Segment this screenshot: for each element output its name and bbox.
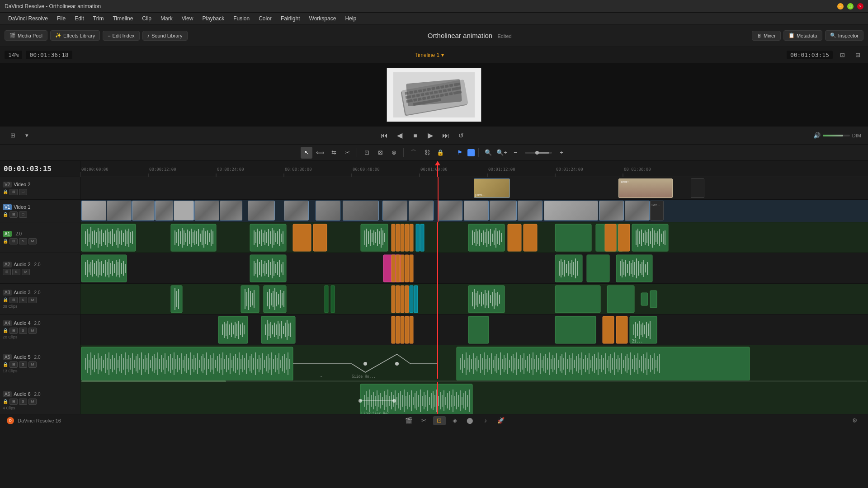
track-link-a5[interactable]: ⊞ (9, 361, 18, 368)
clip-v1-13[interactable] (409, 201, 434, 221)
menu-edit[interactable]: Edit (71, 14, 88, 23)
menu-playback[interactable]: Playback (198, 14, 228, 23)
track-m-a3[interactable]: M (28, 297, 37, 303)
clip-v1-17[interactable] (518, 201, 542, 221)
clip-v1-18[interactable] (544, 201, 598, 221)
loop-button[interactable]: ↺ (456, 130, 467, 141)
ripple-button[interactable]: ▾ (21, 130, 33, 141)
clip-v1-16[interactable] (490, 201, 517, 221)
track-m-a1[interactable]: M (28, 238, 37, 244)
clip-v1-6[interactable] (194, 201, 219, 221)
track-link-a1[interactable]: ⊞ (9, 238, 18, 244)
menu-file[interactable]: File (53, 14, 69, 23)
track-m-a4[interactable]: M (28, 328, 37, 334)
track-m-a2[interactable]: M (22, 269, 30, 275)
volume-slider[interactable] (823, 135, 850, 136)
fusion-page-icon[interactable]: ◈ (448, 416, 461, 425)
composite-tool[interactable]: ⊗ (388, 147, 400, 159)
lock-tool[interactable]: 🔒 (434, 147, 446, 159)
link-tool[interactable]: ⛓ (421, 147, 433, 159)
clip-v1-10[interactable] (316, 201, 340, 221)
track-s-a4[interactable]: S (19, 328, 27, 334)
clip-v1-2[interactable] (107, 201, 132, 221)
track-link-a2[interactable]: ⊞ (3, 269, 11, 275)
track-m-a5[interactable]: M (28, 361, 37, 368)
track-expand-v1[interactable]: □ (19, 211, 27, 218)
color-page-icon[interactable]: ⬤ (464, 416, 476, 425)
deliver-page-icon[interactable]: 🚀 (495, 416, 507, 425)
edit-page-icon[interactable]: ⊡ (433, 416, 446, 425)
clip-v1-7[interactable] (220, 201, 242, 221)
fairlight-page-icon[interactable]: ♪ (479, 416, 492, 425)
menu-timeline[interactable]: Timeline (109, 14, 137, 23)
minimize-button[interactable]: − (837, 3, 844, 9)
resize-tool[interactable]: ⊡ (361, 147, 373, 159)
mixer-button[interactable]: 🎚 Mixer (752, 31, 781, 41)
metadata-button[interactable]: 📋 Metadata (783, 30, 822, 41)
clip-v1-15[interactable] (464, 201, 489, 221)
track-link-a3[interactable]: ⊞ (9, 297, 18, 303)
curve-tool[interactable]: ⌒ (407, 147, 419, 159)
menu-color[interactable]: Color (255, 14, 275, 23)
zoom-out-tool[interactable]: − (509, 147, 521, 159)
settings-icon[interactable]: ⚙ (849, 416, 861, 425)
stop-button[interactable]: ■ (410, 130, 420, 141)
menu-help[interactable]: Help (341, 14, 360, 23)
menu-mark[interactable]: Mark (157, 14, 176, 23)
clip-v1-4[interactable] (155, 201, 173, 221)
clip-v1-8[interactable] (248, 201, 275, 221)
menu-fusion[interactable]: Fusion (230, 14, 253, 23)
track-s-a1[interactable]: S (19, 238, 27, 244)
menu-fairlight[interactable]: Fairlight (277, 14, 304, 23)
edit-index-button[interactable]: ≡ Edit Index (103, 31, 139, 41)
play-button[interactable]: ▶ (425, 130, 436, 141)
clip-v1-11[interactable] (343, 201, 379, 221)
clip-v1-21[interactable]: Scr... (650, 201, 664, 221)
clip-v2-2[interactable]: Text+ (618, 178, 673, 198)
clip-v1-3[interactable] (132, 201, 155, 221)
menu-view[interactable]: View (178, 14, 197, 23)
clip-v1-9[interactable] (284, 201, 309, 221)
flag-tool[interactable]: ⚑ (454, 147, 466, 159)
prev-frame-button[interactable]: ◀ (394, 130, 405, 141)
clip-v1-20[interactable] (625, 201, 650, 221)
skip-end-button[interactable]: ⏭ (440, 130, 451, 141)
track-s-a2[interactable]: S (12, 269, 20, 275)
track-s-a6[interactable]: S (19, 399, 27, 405)
selection-tool[interactable]: ↖ (301, 147, 312, 159)
sound-library-button[interactable]: ♪ Sound Library (142, 31, 188, 41)
search-tool[interactable]: 🔍 (482, 147, 494, 159)
track-link-v1[interactable]: ⊞ (9, 211, 18, 218)
cut-page-icon[interactable]: ✂ (418, 416, 430, 425)
blade-tool[interactable]: ✂ (341, 147, 353, 159)
crop-tool[interactable]: ⊠ (374, 147, 386, 159)
skip-start-button[interactable]: ⏮ (379, 130, 390, 141)
color-swatch[interactable] (467, 149, 475, 156)
media-page-icon[interactable]: 🎬 (402, 416, 415, 425)
timeline-selector[interactable]: Timeline 1 ▾ (415, 52, 444, 58)
track-expand-v2[interactable]: □ (19, 189, 27, 195)
maximize-button[interactable]: □ (847, 3, 854, 9)
inspector-button[interactable]: 🔍 Inspector (825, 30, 863, 41)
track-m-a6[interactable]: M (28, 399, 37, 405)
clip-v1-5[interactable] (174, 201, 194, 221)
trim-tool[interactable]: ⟺ (314, 147, 326, 159)
effects-library-button[interactable]: ✨ Effects Library (50, 30, 100, 41)
close-button[interactable]: × (857, 3, 863, 9)
timeline-zoom-slider[interactable] (525, 152, 552, 154)
fit-button[interactable]: ⊡ (836, 49, 848, 61)
clip-v1-1[interactable] (81, 201, 106, 221)
track-s-a5[interactable]: S (19, 361, 27, 368)
track-link-a4[interactable]: ⊞ (9, 328, 18, 334)
track-s-a3[interactable]: S (19, 297, 27, 303)
clip-v2-3[interactable] (691, 178, 704, 198)
track-link-a6[interactable]: ⊞ (9, 399, 18, 405)
menu-clip[interactable]: Clip (138, 14, 155, 23)
menu-workspace[interactable]: Workspace (306, 14, 340, 23)
dynamic-trim-tool[interactable]: ⇆ (328, 147, 340, 159)
clip-v1-12[interactable] (382, 201, 407, 221)
zoom-add-tool[interactable]: + (556, 147, 567, 159)
layout-button[interactable]: ⊟ (852, 49, 863, 61)
track-link-v2[interactable]: ⊞ (9, 189, 18, 195)
clip-v1-19[interactable] (599, 201, 624, 221)
